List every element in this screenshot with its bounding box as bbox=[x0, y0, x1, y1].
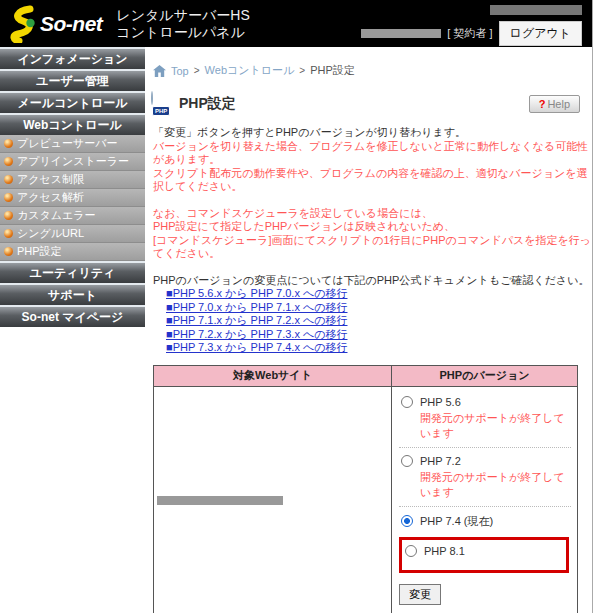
scheduler-note-3: [コマンドスケジューラ]画面にてスクリプトの1行目にPHPのコマンドパスを指定を… bbox=[153, 234, 593, 261]
orange-bullet-icon bbox=[4, 139, 13, 148]
sidebar-item-information[interactable]: インフォメーション bbox=[0, 47, 145, 69]
warning-line-1: バージョンを切り替えた場合、プログラムを修正しないと正常に動作しなくなる可能性が… bbox=[153, 140, 593, 167]
sidebar-item-support[interactable]: サポート bbox=[0, 283, 145, 305]
sidebar-item-single-url[interactable]: シングルURL bbox=[0, 225, 145, 243]
php-migration-link[interactable]: ■PHP 7.3.x から PHP 7.4.x への移行 bbox=[166, 341, 593, 355]
radio-php-7-4-selected[interactable] bbox=[401, 515, 413, 527]
sidebar-item-access-restriction[interactable]: アクセス制限 bbox=[0, 171, 145, 189]
php-version-table: 対象Webサイト PHPのバージョン PHP 5.6 開発元のサポートが bbox=[153, 365, 578, 613]
table-row: PHP 5.6 開発元のサポートが終了しています PHP 7.2 開発元のサポー… bbox=[154, 386, 578, 613]
logout-button[interactable]: ログアウト bbox=[499, 21, 582, 46]
php-option-7-2: PHP 7.2 開発元のサポートが終了しています bbox=[399, 448, 571, 507]
sidebar-item-sonet-mypage[interactable]: So-net マイページ bbox=[0, 305, 145, 327]
php-doc-links: ■PHP 5.6.x から PHP 7.0.x への移行 ■PHP 7.0.x … bbox=[166, 287, 593, 355]
sidebar-item-label: カスタムエラー bbox=[17, 208, 96, 223]
php-version-cell: PHP 5.6 開発元のサポートが終了しています PHP 7.2 開発元のサポー… bbox=[392, 386, 578, 613]
sidebar-item-php-settings[interactable]: PHP設定 bbox=[0, 243, 145, 261]
app-title-line1: レンタルサーバーHS bbox=[116, 7, 249, 24]
sidebar-item-web-control[interactable]: Webコントロール bbox=[0, 113, 145, 135]
sidebar-item-label: So-net マイページ bbox=[22, 309, 124, 326]
php-migration-link[interactable]: ■PHP 7.2.x から PHP 7.3.x への移行 bbox=[166, 328, 593, 342]
orange-bullet-icon bbox=[4, 175, 13, 184]
home-icon bbox=[153, 65, 166, 77]
radio-php-5-6[interactable] bbox=[401, 396, 413, 408]
eol-note: 開発元のサポートが終了しています bbox=[420, 411, 571, 441]
php-migration-link[interactable]: ■PHP 5.6.x から PHP 7.0.x への移行 bbox=[166, 287, 593, 301]
sidebar-item-label: ユーザー管理 bbox=[36, 73, 109, 90]
orange-bullet-icon bbox=[4, 157, 13, 166]
so-net-logo: So-net bbox=[0, 5, 102, 43]
sidebar: インフォメーション ユーザー管理 メールコントロール Webコントロール プレビ… bbox=[0, 47, 145, 327]
question-mark-icon: ? bbox=[539, 98, 546, 110]
account-type-label: [ 契約者 ] bbox=[447, 26, 492, 41]
scheduler-note-2: PHP設定にて指定したPHPバージョンは反映されないため、 bbox=[153, 220, 593, 234]
eol-note: 開発元のサポートが終了しています bbox=[420, 470, 571, 500]
column-header-php-version: PHPのバージョン bbox=[392, 365, 578, 386]
orange-bullet-icon bbox=[4, 211, 13, 220]
sidebar-item-app-installer[interactable]: アプリインストーラー bbox=[0, 153, 145, 171]
sidebar-item-label: サポート bbox=[48, 287, 97, 304]
header-account-area: [ 契約者 ] ログアウト bbox=[361, 21, 582, 46]
help-button[interactable]: ?Help bbox=[529, 95, 580, 113]
sidebar-item-label: アプリインストーラー bbox=[17, 154, 129, 169]
redacted-site-name bbox=[157, 496, 283, 505]
sidebar-item-label: ユーティリティ bbox=[30, 265, 116, 282]
sidebar-item-utility[interactable]: ユーティリティ bbox=[0, 261, 145, 283]
warning-line-2: スクリプト配布元の動作要件や、プログラムの内容を確認の上、適切なバージョンを選択… bbox=[153, 167, 593, 194]
logo-green-dot bbox=[26, 18, 34, 26]
radio-php-8-1[interactable] bbox=[405, 545, 417, 557]
page: So-net レンタルサーバーHS コントロールパネル [ 契約者 ] ログアウ… bbox=[0, 0, 593, 613]
so-net-ribbon-icon bbox=[8, 5, 38, 43]
php-option-5-6: PHP 5.6 開発元のサポートが終了しています bbox=[399, 389, 571, 448]
php-option-label[interactable]: PHP 7.2 bbox=[420, 455, 461, 467]
breadcrumb: Top > Webコントロール > PHP設定 bbox=[153, 63, 584, 78]
notice-line: 「変更」ボタンを押すとPHPのバージョンが切り替わります。 bbox=[153, 126, 593, 140]
sidebar-item-user-management[interactable]: ユーザー管理 bbox=[0, 69, 145, 91]
breadcrumb-home-link[interactable]: Top bbox=[171, 65, 189, 77]
sidebar-item-label: PHP設定 bbox=[17, 244, 62, 259]
php-option-label[interactable]: PHP 8.1 bbox=[424, 545, 465, 557]
page-title: PHP設定 bbox=[179, 95, 236, 113]
change-button[interactable]: 変更 bbox=[399, 584, 441, 605]
breadcrumb-separator: > bbox=[194, 65, 200, 76]
sidebar-item-label: アクセス制限 bbox=[17, 172, 84, 187]
sidebar-item-label: プレビューサーバー bbox=[17, 136, 118, 151]
main-content: Top > Webコントロール > PHP設定 PHP PHP設定 ?Help … bbox=[145, 47, 592, 613]
sidebar-item-access-analysis[interactable]: アクセス解析 bbox=[0, 189, 145, 207]
orange-bullet-icon bbox=[4, 193, 13, 202]
breadcrumb-current: PHP設定 bbox=[310, 63, 355, 78]
radio-php-7-2[interactable] bbox=[401, 455, 413, 467]
sidebar-item-label: シングルURL bbox=[17, 226, 84, 241]
sidebar-item-label: インフォメーション bbox=[17, 51, 127, 68]
app-title-line2: コントロールパネル bbox=[116, 24, 249, 41]
orange-bullet-icon bbox=[4, 247, 13, 256]
php-option-label[interactable]: PHP 7.4 (現在) bbox=[420, 514, 493, 529]
sidebar-item-preview-server[interactable]: プレビューサーバー bbox=[0, 135, 145, 153]
content-row: インフォメーション ユーザー管理 メールコントロール Webコントロール プレビ… bbox=[0, 47, 592, 613]
target-website-cell bbox=[154, 386, 392, 613]
page-title-row: PHP PHP設定 ?Help bbox=[151, 92, 584, 116]
php-8-1-highlight-annotation: PHP 8.1 bbox=[399, 537, 569, 573]
php-migration-link[interactable]: ■PHP 7.1.x から PHP 7.2.x への移行 bbox=[166, 314, 593, 328]
sidebar-item-custom-error[interactable]: カスタムエラー bbox=[0, 207, 145, 225]
redacted-account-id bbox=[361, 29, 441, 38]
header: So-net レンタルサーバーHS コントロールパネル [ 契約者 ] ログアウ… bbox=[0, 0, 592, 47]
app-title: レンタルサーバーHS コントロールパネル bbox=[116, 7, 249, 41]
column-header-website: 対象Webサイト bbox=[154, 365, 392, 386]
php-migration-link[interactable]: ■PHP 7.0.x から PHP 7.1.x への移行 bbox=[166, 301, 593, 315]
orange-bullet-icon bbox=[4, 229, 13, 238]
redacted-header-info bbox=[490, 5, 582, 15]
sidebar-item-label: アクセス解析 bbox=[17, 190, 84, 205]
description-text: 「変更」ボタンを押すとPHPのバージョンが切り替わります。 バージョンを切り替え… bbox=[153, 126, 593, 355]
breadcrumb-separator: > bbox=[299, 65, 305, 76]
help-label: Help bbox=[547, 98, 570, 110]
sidebar-item-label: メールコントロール bbox=[18, 95, 128, 112]
table-header-row: 対象Webサイト PHPのバージョン bbox=[154, 365, 578, 386]
breadcrumb-web-control-link[interactable]: Webコントロール bbox=[205, 63, 295, 78]
sidebar-item-label: Webコントロール bbox=[23, 117, 122, 134]
php-option-label[interactable]: PHP 5.6 bbox=[420, 396, 461, 408]
sidebar-item-mail-control[interactable]: メールコントロール bbox=[0, 91, 145, 113]
php-option-7-4-current: PHP 7.4 (現在) bbox=[399, 507, 571, 535]
php-option-8-1: PHP 8.1 bbox=[405, 545, 564, 557]
docs-intro: PHPのバージョンの変更点については下記のPHP公式ドキュメントもご確認ください… bbox=[153, 274, 593, 288]
